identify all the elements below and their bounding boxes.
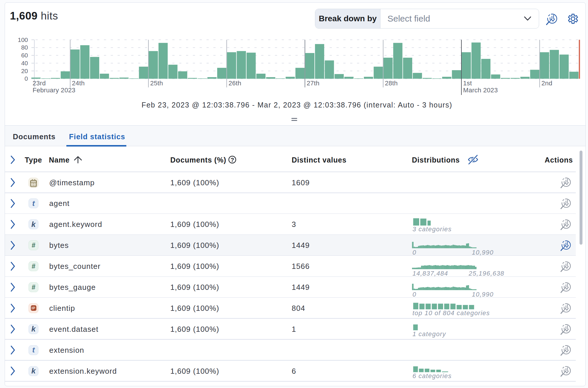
svg-text:26th: 26th: [229, 80, 241, 87]
svg-text:24th: 24th: [72, 80, 85, 87]
svg-text:25,196,638: 25,196,638: [468, 270, 504, 277]
svg-text:28th: 28th: [385, 80, 398, 87]
svg-text:20: 20: [21, 68, 28, 74]
svg-text:27th: 27th: [307, 80, 320, 87]
svg-text:23rd: 23rd: [33, 80, 46, 87]
svg-text:3 categories: 3 categories: [412, 225, 452, 233]
svg-text:60: 60: [21, 52, 28, 59]
svg-text:March 2023: March 2023: [463, 87, 498, 94]
svg-text:40: 40: [21, 60, 28, 66]
svg-text:1 category: 1 category: [412, 330, 446, 338]
svg-text:100: 100: [18, 36, 28, 43]
svg-text:top 10 of 804 categories: top 10 of 804 categories: [412, 309, 490, 317]
svg-text:14,837,484: 14,837,484: [412, 270, 448, 277]
svg-text:2nd: 2nd: [541, 80, 552, 87]
svg-text:?: ?: [231, 157, 234, 163]
svg-text:0: 0: [412, 291, 417, 298]
svg-text:10,990: 10,990: [472, 249, 494, 256]
svg-text:February 2023: February 2023: [33, 87, 75, 94]
svg-text:1st: 1st: [463, 80, 472, 87]
svg-text:80: 80: [21, 44, 28, 51]
svg-text:0: 0: [412, 249, 417, 256]
svg-text:0: 0: [24, 75, 28, 82]
svg-text:25th: 25th: [150, 80, 163, 87]
svg-text:6 categories: 6 categories: [412, 372, 452, 380]
svg-text:10,990: 10,990: [472, 291, 494, 298]
